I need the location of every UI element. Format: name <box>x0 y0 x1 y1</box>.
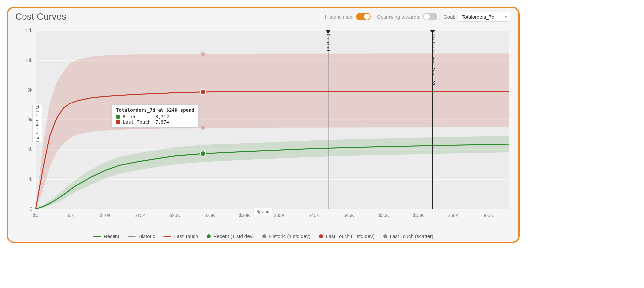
svg-text:$45K: $45K <box>344 213 354 218</box>
legend-label: Recent <box>104 233 119 239</box>
legend-line-icon <box>128 236 136 237</box>
legend-item[interactable]: Last Touch (scatter) <box>383 233 433 239</box>
svg-text:$55K: $55K <box>413 213 424 218</box>
legend-item[interactable]: Historic <box>128 233 155 239</box>
svg-text:$60K: $60K <box>448 213 459 218</box>
chart-area[interactable]: 02k4k6k8k10k12k$0$5K$10K$15K$20K$25K$30K… <box>8 24 518 230</box>
tooltip-row-recent: Recent 3,712 <box>116 114 194 119</box>
legend-dot-icon <box>383 234 387 238</box>
historic-max-toggle[interactable] <box>356 13 371 20</box>
legend-item[interactable]: Last Touch (1 std dev) <box>319 233 374 239</box>
svg-text:2k: 2k <box>27 177 33 182</box>
svg-text:12k: 12k <box>25 28 33 33</box>
cost-curves-card: Cost Curves Historic max: Optimising tow… <box>7 7 520 243</box>
hover-tooltip: Totalorders_7d at $24K spend Recent 3,71… <box>112 104 199 128</box>
legend-dot-icon <box>319 234 323 238</box>
y-axis-title: Totalorders_7d <box>32 104 42 143</box>
tooltip-value-lasttouch: 7,874 <box>155 119 169 125</box>
goal-control: Goal: Totalorders_7d <box>443 12 511 22</box>
tooltip-value-recent: 3,712 <box>155 114 169 119</box>
legend-label: Recent (1 std dev) <box>213 233 254 239</box>
legend-dot-icon <box>262 234 266 238</box>
svg-text:$10K: $10K <box>100 213 111 218</box>
header-controls: Historic max: Optimising towards: Goal: … <box>325 12 511 22</box>
legend-label: Last Touch <box>174 233 198 239</box>
legend-line-icon <box>93 236 101 237</box>
legend-label: Historic <box>138 233 155 239</box>
tooltip-row-lasttouch: Last Touch 7,874 <box>116 119 194 125</box>
svg-point-32 <box>201 126 205 130</box>
svg-text:$65K: $65K <box>483 213 494 218</box>
legend-label: Last Touch (1 std dev) <box>326 233 374 239</box>
marker-label-historic-max: Historic max Sep '23 <box>431 34 436 86</box>
marker-label-current: Current <box>326 34 331 52</box>
swatch-lasttouch <box>116 120 120 124</box>
svg-text:$30K: $30K <box>239 213 250 218</box>
optimising-control: Optimising towards: <box>377 13 437 20</box>
goal-label: Goal: <box>443 14 455 20</box>
legend-label: Historic (1 std dev) <box>269 233 310 239</box>
x-axis-title: Spend <box>253 208 272 215</box>
svg-text:$40K: $40K <box>309 213 320 218</box>
svg-text:$35K: $35K <box>274 213 285 218</box>
tooltip-title: Totalorders_7d at $24K spend <box>116 107 194 113</box>
swatch-recent <box>116 115 120 119</box>
optimising-label: Optimising towards: <box>377 14 420 20</box>
svg-point-30 <box>200 151 206 156</box>
svg-text:10k: 10k <box>25 58 33 63</box>
card-title: Cost Curves <box>15 11 325 22</box>
svg-point-33 <box>201 52 205 56</box>
legend-item[interactable]: Historic (1 std dev) <box>262 233 310 239</box>
goal-select[interactable]: Totalorders_7d <box>458 12 511 22</box>
tooltip-name-lasttouch: Last Touch <box>123 119 153 125</box>
svg-text:$50K: $50K <box>378 213 389 218</box>
svg-text:$5K: $5K <box>67 213 75 218</box>
historic-max-control: Historic max: <box>325 13 371 20</box>
optimising-toggle[interactable] <box>423 13 437 20</box>
cost-curves-chart[interactable]: 02k4k6k8k10k12k$0$5K$10K$15K$20K$25K$30K… <box>13 27 516 226</box>
legend-item[interactable]: Recent (1 std dev) <box>207 233 254 239</box>
svg-text:4k: 4k <box>27 147 33 152</box>
svg-text:$0: $0 <box>33 213 38 218</box>
svg-text:$25K: $25K <box>204 213 215 218</box>
tooltip-name-recent: Recent <box>123 114 153 119</box>
svg-text:6k: 6k <box>27 117 33 122</box>
svg-text:$15K: $15K <box>135 213 146 218</box>
legend-item[interactable]: Recent <box>93 233 119 239</box>
legend-line-icon <box>163 236 171 237</box>
card-header: Cost Curves Historic max: Optimising tow… <box>8 8 518 24</box>
svg-point-31 <box>200 89 206 95</box>
svg-text:$20K: $20K <box>169 213 180 218</box>
legend-dot-icon <box>207 234 211 238</box>
legend-label: Last Touch (scatter) <box>390 233 433 239</box>
svg-text:8k: 8k <box>27 87 33 93</box>
chart-legend: RecentHistoricLast TouchRecent (1 std de… <box>8 230 518 242</box>
svg-text:0: 0 <box>30 206 32 212</box>
legend-item[interactable]: Last Touch <box>163 233 198 239</box>
goal-value: Totalorders_7d <box>462 14 494 20</box>
historic-max-label: Historic max: <box>325 14 354 20</box>
